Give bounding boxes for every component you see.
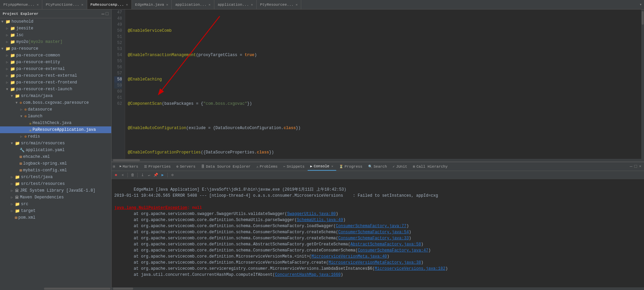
tree-item-redis[interactable]: ▷ ⊕ redis: [0, 133, 111, 140]
tree-item-src-main-java[interactable]: ▼ 📁 src/main/java: [0, 93, 111, 99]
tree-item-HealthCheck[interactable]: ☕ HealthCheck.java: [0, 120, 111, 126]
bottom-tab-snippets[interactable]: ✂Snippets: [281, 162, 308, 171]
link-AbstractSchemaFactory-58[interactable]: AbstractSchemaFactory.java:58: [351, 242, 421, 247]
link-ConsumerSchemaFactory-54[interactable]: ConsumerSchemaFactory.java:54: [338, 230, 409, 235]
link-MicroserviceVersions-182[interactable]: MicroserviceVersions.java:182: [375, 266, 446, 271]
link-ConsumerSchemaFactory-77[interactable]: ConsumerSchemaFactory.java:77: [336, 224, 406, 228]
bottom-tab-search[interactable]: 🔍Search: [365, 162, 390, 171]
pin-console-button[interactable]: 📌: [153, 172, 159, 178]
console-stack-2: at org.apache.servicecomb.core.definitio…: [114, 218, 345, 222]
tab-overflow-button[interactable]: ▾: [637, 2, 644, 7]
folder-icon: 📁: [15, 209, 20, 214]
arrow-icon: ▷: [11, 189, 15, 193]
close-icon[interactable]: ✕: [209, 3, 211, 7]
close-icon[interactable]: ✕: [295, 3, 297, 7]
close-icon[interactable]: ✕: [251, 3, 253, 7]
bottom-tab-servers[interactable]: ⚙Servers: [174, 162, 198, 171]
tree-item-src-test-resources[interactable]: ▷ 📁 src/test/resources: [0, 180, 111, 187]
clear-console-button[interactable]: 🗑: [129, 172, 136, 178]
props-button[interactable]: ⚙: [169, 172, 175, 178]
link-ConcurrentHashMap-1660[interactable]: ConcurrentHashMap.java:1660: [275, 272, 340, 277]
bottom-tab-progress[interactable]: ⏳Progress: [336, 162, 365, 171]
tab-PtyFunctione[interactable]: PtyFunctione... ✕: [42, 0, 87, 9]
tree-item-application-yaml[interactable]: 🔧 application.yaml: [0, 147, 111, 153]
console-close-icon[interactable]: ✕: [331, 164, 333, 168]
tree-item-src[interactable]: ▷ 📁 src: [0, 201, 111, 208]
project-explorer-header: Project Explorer — □: [0, 9, 111, 18]
close-icon[interactable]: ✕: [37, 3, 39, 7]
tree-item-target[interactable]: ▷ 📁 target: [0, 208, 111, 214]
item-label: jeesite: [16, 26, 33, 31]
tab-PtyAppMenue[interactable]: PtyAppMenue... ✕: [0, 0, 42, 9]
tab-EdgeMain[interactable]: EdgeMain.java ✕: [132, 0, 172, 9]
item-label: HealthCheck.java: [32, 121, 71, 125]
code-text: (proxyTargetClass =: [196, 53, 245, 57]
tree-item-jeesite[interactable]: ▷ 📁 jeesite: [0, 25, 111, 32]
arrow-icon: ▷: [11, 209, 15, 213]
tree-item-pom-xml[interactable]: ⊞ pom.xml: [0, 214, 111, 221]
bottom-tab-properties[interactable]: ☰Properties: [141, 162, 174, 171]
tree-item-pa-resource-external[interactable]: ▷ 📁 pa-resource-external: [0, 66, 111, 72]
link-SchemaUtils[interactable]: SchemaUtils.java:49: [297, 218, 343, 222]
open-console-button[interactable]: ▶: [160, 172, 166, 178]
tab-PaResourceAp[interactable]: PaResourceAp... ✕: [87, 0, 132, 9]
keyword-text: true: [245, 53, 255, 57]
tab-application2[interactable]: application... ✕: [214, 0, 257, 9]
tree-item-household[interactable]: ▼ 📁 household: [0, 18, 111, 25]
bottom-tab-junit[interactable]: ✓JUnit: [390, 162, 410, 171]
bottom-tab-console[interactable]: ▶Console ✕: [308, 162, 336, 171]
bottom-tab-call-hierarchy[interactable]: ⊞Call Hierarchy: [410, 162, 451, 171]
tree-item-launch[interactable]: ▼ ⊕ launch: [0, 113, 111, 120]
folder-icon: 📁: [10, 53, 15, 58]
tree-item-maven-dependencies[interactable]: ▷ 🏛 Maven Dependencies: [0, 194, 111, 201]
link-ConsumerSchemaFactory-33[interactable]: ConsumerSchemaFactory.java:33: [338, 236, 409, 241]
bottom-tab-datasource-explorer[interactable]: 🗄Data Source Explorer: [198, 162, 254, 171]
tree-item-pa-resource-rest-launch[interactable]: ▼ 📁 pa-resource-rest-launch: [0, 86, 111, 93]
close-icon[interactable]: ✕: [126, 3, 128, 7]
tree-item-jre-library[interactable]: ▷ 🏛 JRE System Library [JavaSE-1.8]: [0, 187, 111, 194]
tab-application1[interactable]: application... ✕: [172, 0, 214, 9]
word-wrap-button[interactable]: ↵: [146, 172, 152, 178]
link-MicroserviceVersionMetaFactory-38[interactable]: MicroserviceVersionMetaFactory.java:38: [329, 260, 421, 265]
tree-item-datasource[interactable]: ▷ ⊕ datasource: [0, 106, 111, 113]
tree-item-pa-resource-entity[interactable]: ▷ 📁 pa-resource-entity: [0, 59, 111, 66]
stop-button[interactable]: ■: [113, 172, 119, 178]
editor-scrollbar[interactable]: [641, 9, 644, 159]
editor-area: 47 48 49 50 51 52 53 54 55 56 57 58 59 6…: [112, 9, 644, 290]
tree-item-src-test-java[interactable]: ▷ 📁 src/test/java: [0, 174, 111, 180]
link-MicroserviceVersionMeta-40[interactable]: MicroserviceVersionMeta.java:40: [311, 254, 387, 259]
close-icon[interactable]: ✕: [81, 3, 83, 7]
tree-item-logback-spring-xml[interactable]: ⊞ logback-spring.xml: [0, 160, 111, 167]
tree-item-ehcache-xml[interactable]: ⊞ ehcache.xml: [0, 153, 111, 160]
remove-console-button[interactable]: ✕: [120, 172, 126, 178]
folder-icon: 📁: [10, 26, 15, 31]
panel-minimize-icon[interactable]: —: [630, 164, 633, 169]
tree-item-pa-resource[interactable]: ▼ 📁 pa-resource: [0, 45, 111, 52]
tree-item-mybatis-config-xml[interactable]: ⊞ mybatis-config.xml: [0, 167, 111, 174]
panel-maximize-icon[interactable]: □: [635, 164, 637, 169]
item-label: mybatis-config.xml: [23, 168, 67, 173]
scroll-lock-button[interactable]: ⤓: [139, 172, 145, 178]
link-ConsumerSchemaFactory-47[interactable]: ConsumerSchemaFactory.java:47: [358, 248, 428, 253]
tab-label: PtyAppMenue...: [3, 3, 34, 7]
bottom-tab-problems[interactable]: ⚠Problems: [254, 162, 281, 171]
tree-item-com-boss-package[interactable]: ▼ ⊕ com.boss.cxgovac.paresource: [0, 99, 111, 106]
close-icon[interactable]: ✕: [166, 3, 168, 7]
editor-hscrollbar[interactable]: [112, 159, 644, 162]
tree-item-pa-resource-rest-external[interactable]: ▷ 📁 pa-resource-rest-external: [0, 72, 111, 79]
tree-item-pa-resource-rest-frontend[interactable]: ▷ 📁 pa-resource-rest-frontend: [0, 79, 111, 86]
annotation-text: @ComponentScan: [128, 101, 162, 106]
console-npe-link[interactable]: java.lang.NullPointerException: null: [114, 206, 202, 210]
maximize-icon[interactable]: □: [106, 11, 109, 17]
tree-item-myo2o[interactable]: ▷ 📁 myo2o [myo2o master]: [0, 39, 111, 45]
tree-item-pa-resource-common[interactable]: ▷ 📁 pa-resource-common: [0, 52, 111, 59]
minimize-icon[interactable]: —: [101, 11, 104, 17]
tree-item-lsc[interactable]: ▷ 📁 lsc: [0, 32, 111, 39]
tree-item-PaResourceApplication[interactable]: ☕ PaResourceApplication.java: [0, 126, 111, 133]
panel-close-icon[interactable]: ✕: [639, 164, 641, 169]
console-hscrollbar[interactable]: [112, 287, 644, 290]
tree-item-src-main-resources[interactable]: ▼ 📁 src/main/resources: [0, 140, 111, 147]
link-SwaggerUtils[interactable]: SwaggerUtils.java:80: [287, 212, 336, 216]
tab-PtyResourcee[interactable]: PtyResourcee... ✕: [257, 0, 301, 9]
bottom-tab-markers[interactable]: ⚑Markers: [117, 162, 141, 171]
